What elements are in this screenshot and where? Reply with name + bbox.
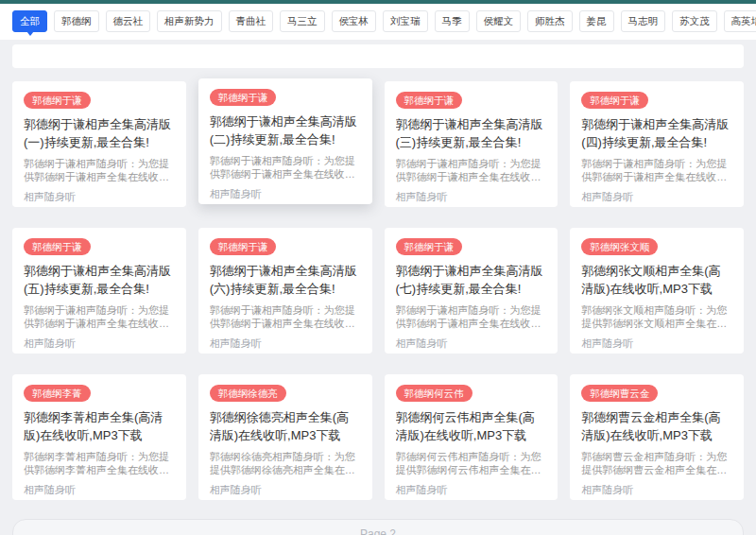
- performer-badge: 郭德纲于谦: [24, 92, 91, 109]
- card-title: 郭德纲于谦相声全集高清版(七)持续更新,最全合集!: [396, 262, 547, 298]
- card-title: 郭德纲于谦相声全集高清版(五)持续更新,最全合集!: [24, 262, 175, 298]
- card-title: 郭德纲于谦相声全集高清版(一)持续更新,最全合集!: [24, 115, 175, 151]
- category-tab[interactable]: 马志明: [621, 10, 666, 32]
- card-title: 郭德纲于谦相声全集高清版(六)持续更新,最全合集!: [210, 262, 361, 298]
- card-description: 郭德纲何云伟相声随身听：为您提供郭德纲何云伟相声全集在线收听，郭...: [396, 450, 547, 476]
- card-title: 郭德纲张文顺相声全集(高清版)在线收听,MP3下载: [581, 262, 732, 298]
- page-number-label: Page 2: [360, 527, 396, 535]
- performer-badge: 郭德纲何云伟: [396, 385, 472, 402]
- category-tab[interactable]: 高英培: [724, 10, 756, 32]
- result-card[interactable]: 郭德纲于谦 郭德纲于谦相声全集高清版(三)持续更新,最全合集! 郭德纲于谦相声随…: [385, 81, 558, 207]
- result-card[interactable]: 郭德纲于谦 郭德纲于谦相声全集高清版(四)持续更新,最全合集! 郭德纲于谦相声随…: [570, 81, 744, 207]
- result-card[interactable]: 郭德纲李菁 郭德纲李菁相声全集(高清版)在线收听,MP3下载 郭德纲李菁相声随身…: [12, 374, 186, 500]
- performer-badge: 郭德纲于谦: [581, 92, 648, 109]
- source-tag: 相声随身听: [24, 337, 175, 351]
- performer-badge: 郭德纲张文顺: [581, 238, 658, 255]
- performer-badge: 郭德纲于谦: [24, 238, 91, 255]
- result-card[interactable]: 郭德纲于谦 郭德纲于谦相声全集高清版(二)持续更新,最全合集! 郭德纲于谦相声随…: [198, 78, 372, 204]
- category-tab[interactable]: 刘宝瑞: [383, 10, 428, 32]
- card-title: 郭德纲于谦相声全集高清版(四)持续更新,最全合集!: [581, 115, 732, 151]
- performer-badge: 郭德纲徐德亮: [210, 385, 286, 402]
- result-card[interactable]: 郭德纲何云伟 郭德纲何云伟相声全集(高清版)在线收听,MP3下载 郭德纲何云伟相…: [385, 374, 558, 500]
- result-card[interactable]: 郭德纲徐德亮 郭德纲徐德亮相声全集(高清版)在线收听,MP3下载 郭德纲徐德亮相…: [198, 374, 372, 500]
- source-tag: 相声随身听: [210, 187, 361, 201]
- category-tab[interactable]: 郭德纲: [54, 10, 99, 32]
- card-title: 郭德纲于谦相声全集高清版(三)持续更新,最全合集!: [396, 115, 547, 151]
- result-card[interactable]: 郭德纲于谦 郭德纲于谦相声全集高清版(一)持续更新,最全合集! 郭德纲于谦相声随…: [12, 81, 186, 207]
- source-tag: 相声随身听: [581, 483, 732, 497]
- content-area: 郭德纲于谦 郭德纲于谦相声全集高清版(一)持续更新,最全合集! 郭德纲于谦相声随…: [0, 40, 756, 535]
- result-card[interactable]: 郭德纲于谦 郭德纲于谦相声全集高清版(七)持续更新,最全合集! 郭德纲于谦相声随…: [385, 228, 558, 354]
- category-tab[interactable]: 全部: [12, 10, 47, 32]
- source-tag: 相声随身听: [396, 337, 547, 351]
- category-tab[interactable]: 相声新势力: [157, 10, 222, 32]
- card-description: 郭德纲于谦相声随身听：为您提供郭德纲于谦相声全集在线收听，郭德纲...: [581, 157, 732, 183]
- source-tag: 相声随身听: [396, 483, 547, 497]
- card-description: 郭德纲曹云金相声随身听：为您提供郭德纲曹云金相声全集在线收听，郭...: [581, 450, 732, 476]
- source-tag: 相声随身听: [210, 337, 361, 351]
- card-description: 郭德纲李菁相声随身听：为您提供郭德纲李菁相声全集在线收听，郭德纲...: [24, 450, 175, 476]
- category-tab[interactable]: 马三立: [280, 10, 325, 32]
- card-title: 郭德纲徐德亮相声全集(高清版)在线收听,MP3下载: [210, 408, 361, 444]
- card-description: 郭德纲于谦相声随身听：为您提供郭德纲于谦相声全集在线收听，郭德纲...: [396, 303, 547, 330]
- card-title: 郭德纲曹云金相声全集(高清版)在线收听,MP3下载: [581, 408, 732, 444]
- card-description: 郭德纲张文顺相声随身听：为您提供郭德纲张文顺相声全集在线收听，郭...: [581, 303, 732, 330]
- card-description: 郭德纲徐德亮相声随身听：为您提供郭德纲徐德亮相声全集在线收听，郭...: [210, 450, 361, 476]
- performer-badge: 郭德纲于谦: [210, 89, 277, 106]
- performer-badge: 郭德纲于谦: [396, 92, 463, 109]
- performer-badge: 郭德纲于谦: [210, 238, 277, 255]
- category-tab[interactable]: 师胜杰: [527, 10, 573, 32]
- result-card[interactable]: 郭德纲于谦 郭德纲于谦相声全集高清版(六)持续更新,最全合集! 郭德纲于谦相声随…: [198, 228, 372, 354]
- performer-badge: 郭德纲于谦: [396, 238, 463, 255]
- category-tab[interactable]: 姜昆: [579, 10, 614, 32]
- source-tag: 相声随身听: [24, 483, 175, 497]
- card-description: 郭德纲于谦相声随身听：为您提供郭德纲于谦相声全集在线收听，郭德纲...: [24, 303, 175, 330]
- category-tab[interactable]: 苏文茂: [672, 10, 717, 32]
- category-tab[interactable]: 青曲社: [229, 10, 274, 32]
- source-tag: 相声随身听: [581, 190, 732, 204]
- performer-badge: 郭德纲李菁: [24, 385, 91, 402]
- source-tag: 相声随身听: [581, 337, 732, 351]
- performer-badge: 郭德纲曹云金: [581, 385, 658, 402]
- card-title: 郭德纲李菁相声全集(高清版)在线收听,MP3下载: [24, 408, 175, 444]
- result-card[interactable]: 郭德纲于谦 郭德纲于谦相声全集高清版(五)持续更新,最全合集! 郭德纲于谦相声随…: [12, 228, 186, 354]
- card-title: 郭德纲何云伟相声全集(高清版)在线收听,MP3下载: [396, 408, 547, 444]
- category-tab[interactable]: 侯宝林: [332, 10, 377, 32]
- card-description: 郭德纲于谦相声随身听：为您提供郭德纲于谦相声全集在线收听，郭德纲...: [24, 157, 175, 183]
- empty-filter-panel: [12, 44, 744, 68]
- category-tab[interactable]: 马季: [435, 10, 470, 32]
- source-tag: 相声随身听: [210, 483, 361, 497]
- card-title: 郭德纲于谦相声全集高清版(二)持续更新,最全合集!: [210, 112, 361, 148]
- result-card[interactable]: 郭德纲张文顺 郭德纲张文顺相声全集(高清版)在线收听,MP3下载 郭德纲张文顺相…: [570, 228, 744, 354]
- pagination-bar: Page 2: [12, 519, 744, 535]
- category-tab[interactable]: 侯耀文: [476, 10, 522, 32]
- source-tag: 相声随身听: [24, 190, 175, 204]
- card-description: 郭德纲于谦相声随身听：为您提供郭德纲于谦相声全集在线收听，郭德纲...: [210, 154, 361, 181]
- card-description: 郭德纲于谦相声随身听：为您提供郭德纲于谦相声全集在线收听，郭德纲...: [396, 157, 547, 183]
- source-tag: 相声随身听: [396, 190, 547, 204]
- card-description: 郭德纲于谦相声随身听：为您提供郭德纲于谦相声全集在线收听，郭德纲...: [210, 303, 361, 330]
- category-tab-bar: 全部 郭德纲 德云社 相声新势力 青曲社 马三立 侯宝林 刘宝瑞 马季 侯耀文 …: [0, 4, 756, 40]
- result-card-grid: 郭德纲于谦 郭德纲于谦相声全集高清版(一)持续更新,最全合集! 郭德纲于谦相声随…: [12, 81, 744, 500]
- category-tab[interactable]: 德云社: [106, 10, 151, 32]
- result-card[interactable]: 郭德纲曹云金 郭德纲曹云金相声全集(高清版)在线收听,MP3下载 郭德纲曹云金相…: [570, 374, 744, 500]
